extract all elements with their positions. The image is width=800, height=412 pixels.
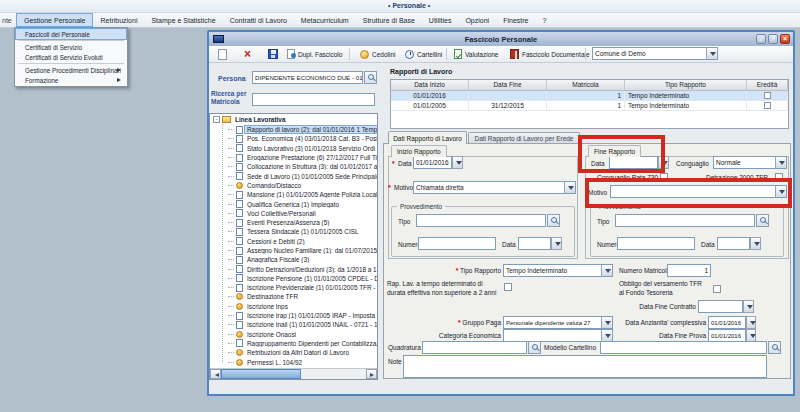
provvedimento-data-dropdown[interactable] (551, 237, 562, 250)
fascicolo-documentale-button[interactable]: Fascicolo Documentale (508, 47, 592, 61)
tree-item[interactable]: Mansione (1) 01/01/2005 Agente Polizia L… (210, 190, 377, 199)
scroll-right-icon[interactable] (366, 369, 377, 379)
data-anzianita-dropdown[interactable] (746, 316, 756, 329)
chevron-down-icon[interactable] (775, 186, 786, 197)
data-fine-input[interactable] (609, 156, 658, 169)
provvedimento-numero-input[interactable] (418, 237, 496, 250)
col-data-inizio[interactable]: Data Inizio (391, 80, 469, 90)
table-row[interactable]: 01/01/2005 31/12/2015 1 Tempo Indetermin… (391, 101, 788, 111)
persona-search-button[interactable] (364, 71, 377, 84)
dupl-fascicolo-button[interactable]: Dupl. Fascicolo (285, 47, 344, 61)
menubar-item[interactable]: Opzioni (458, 13, 496, 27)
tree-item[interactable]: Anagrafica Fiscale (3) (210, 255, 377, 264)
menubar-item[interactable]: Strutture di Base (356, 13, 422, 27)
cedolini-button[interactable]: Cedolini (358, 47, 398, 61)
scrollbar-thumb[interactable] (221, 369, 301, 379)
data-fine-calendar-dropdown[interactable] (658, 156, 669, 169)
collapse-icon[interactable]: - (213, 116, 220, 123)
tree-item[interactable]: Qualifica Generica (1) Impiegato (210, 199, 377, 208)
data-anzianita-input[interactable] (708, 316, 746, 329)
numero-matricola-input[interactable] (667, 264, 711, 277)
quadratura-search-button[interactable] (528, 341, 541, 354)
tree-item[interactable]: Iscrizione Irap (1) 01/01/2005 IRAP - Im… (210, 311, 377, 320)
obbligo-tfr-checkbox[interactable] (713, 285, 721, 293)
tree-item[interactable]: Retribuzioni da Altri Datori di Lavoro (210, 348, 377, 357)
chevron-down-icon[interactable] (775, 157, 786, 168)
menu-item[interactable]: Gestione Procedimenti Disciplinari (16, 65, 126, 75)
motivo-inizio-select[interactable]: Chiamata diretta (413, 181, 576, 194)
tree-item[interactable]: Stato Lavorativo (3) 01/01/2018 Servizio… (210, 144, 377, 153)
tree-item[interactable]: Comando/Distacco (210, 181, 377, 190)
maximize-window-icon[interactable]: ↗ (768, 34, 778, 44)
menu-item[interactable]: Fascicoli del Personale (16, 29, 126, 39)
provvedimento-fine-tipo-input[interactable] (615, 214, 755, 227)
rap-lav-checkbox[interactable] (504, 283, 512, 291)
tree-item[interactable]: Eventi Presenza/Assenza (5) (210, 218, 377, 227)
tree-item[interactable]: Raggruppamento Dipendenti per Contabiliz… (210, 339, 377, 348)
tree-item[interactable]: Iscrizione Onaosi (210, 330, 377, 339)
eredita-checkbox[interactable] (764, 92, 771, 99)
menubar-item[interactable]: Retribuzioni (93, 13, 144, 27)
tree-item[interactable]: Diritto Detrazioni/Deduzioni (3): da 1/2… (210, 264, 377, 273)
provvedimento-fine-tipo-search-button[interactable] (756, 214, 769, 227)
data-fine-contratto-input[interactable] (698, 300, 743, 313)
data-inizio-input[interactable] (413, 156, 452, 169)
col-data-fine[interactable]: Data Fine (469, 80, 547, 90)
tree-item[interactable]: Iscrizione Pensione (1) 01/01/2005 CPDEL… (210, 274, 377, 283)
chevron-down-icon[interactable] (601, 317, 612, 328)
tree-item[interactable]: Iscrizione Inail (1) 01/01/2005 INAIL - … (210, 320, 377, 329)
data-fine-contratto-dropdown[interactable] (743, 300, 754, 313)
menu-item-clipped[interactable]: nte (0, 13, 16, 27)
cartellini-button[interactable]: Cartellini (403, 47, 444, 61)
conguaglio-select[interactable]: Normale (713, 156, 787, 169)
menu-item[interactable]: Certificati di Servizio Evoluti (16, 52, 126, 62)
tree-item[interactable]: Collocazione in Struttura (3): dal 01/01… (210, 162, 377, 171)
tree-item[interactable]: Rapporto di lavoro (2): dal 01/01/2016 1… (210, 125, 377, 134)
tree-item[interactable]: Permessi L. 104/92 (210, 357, 377, 366)
save-button[interactable] (266, 47, 280, 61)
new-record-button[interactable] (216, 47, 229, 61)
modello-cartellino-input[interactable] (600, 341, 767, 354)
tree-item[interactable]: Tessera Sindacale (1) 01/01/2005 CISL (210, 227, 377, 236)
tree-item[interactable]: Destinazione TFR (210, 292, 377, 301)
menubar-item[interactable]: Gestione Personale (16, 13, 93, 27)
tree-item[interactable]: Erogazione Prestazione (6) 27/12/2017 Fu… (210, 153, 377, 162)
chevron-down-icon[interactable] (706, 48, 717, 59)
provvedimento-fine-data-dropdown[interactable] (750, 237, 761, 250)
provvedimento-fine-data-input[interactable] (717, 237, 750, 250)
col-tipo-rapporto[interactable]: Tipo Rapporto (625, 80, 747, 90)
chevron-down-icon[interactable] (601, 330, 612, 341)
scroll-left-icon[interactable] (210, 369, 221, 379)
menubar-item[interactable]: ? (535, 13, 553, 27)
menubar-item[interactable]: Finestre (496, 13, 535, 27)
data-inizio-calendar-dropdown[interactable] (452, 156, 463, 169)
menubar-item[interactable]: Contratti di Lavoro (223, 13, 294, 27)
close-window-icon[interactable]: × (780, 34, 790, 44)
eredita-checkbox[interactable] (764, 102, 771, 109)
note-textarea[interactable] (403, 355, 767, 378)
delete-button[interactable]: × (242, 47, 253, 61)
provvedimento-fine-numero-input[interactable] (617, 237, 695, 250)
menubar-item[interactable]: Metacurriculum (294, 13, 356, 27)
tree-horizontal-scrollbar[interactable] (210, 368, 377, 379)
menubar-item[interactable]: Stampe e Statistiche (144, 13, 222, 27)
col-eredita[interactable]: Eredità (747, 80, 788, 90)
tree-item[interactable]: Iscrizione Inps (210, 302, 377, 311)
tree-item[interactable]: Voci Collettive/Personali (210, 209, 377, 218)
ente-select[interactable]: Comune di Demo (592, 47, 718, 60)
menu-item[interactable]: Formazione (16, 75, 126, 85)
tree-item[interactable]: Iscrizione Previdenziale (1) 01/01/2005 … (210, 283, 377, 292)
tree-item[interactable]: Assegno Nucleo Familiare (1): dal 01/07/… (210, 246, 377, 255)
col-matricola[interactable]: Matricola (547, 80, 625, 90)
conguaglio-rata-checkbox[interactable] (660, 173, 668, 181)
tree-item[interactable]: Sede di Lavoro (1) 01/01/2005 Sede Princ… (210, 171, 377, 180)
menu-item[interactable]: Certificati di Servizio (16, 42, 126, 52)
chevron-down-icon[interactable] (564, 182, 575, 193)
persona-select[interactable]: DIPENDENTE ECONOMICO DUE - 01/0 (252, 71, 363, 84)
menubar-item[interactable]: Utilities (422, 13, 459, 27)
tree-item[interactable]: Cessioni e Debiti (2) (210, 237, 377, 246)
ricerca-matricola-input[interactable] (252, 93, 375, 106)
tipo-rapporto-select[interactable]: Tempo Indeterminato (503, 264, 613, 277)
titlebar[interactable]: Fascicolo Personale ↙ ↗ × (209, 32, 793, 46)
provvedimento-data-input[interactable] (518, 237, 551, 250)
